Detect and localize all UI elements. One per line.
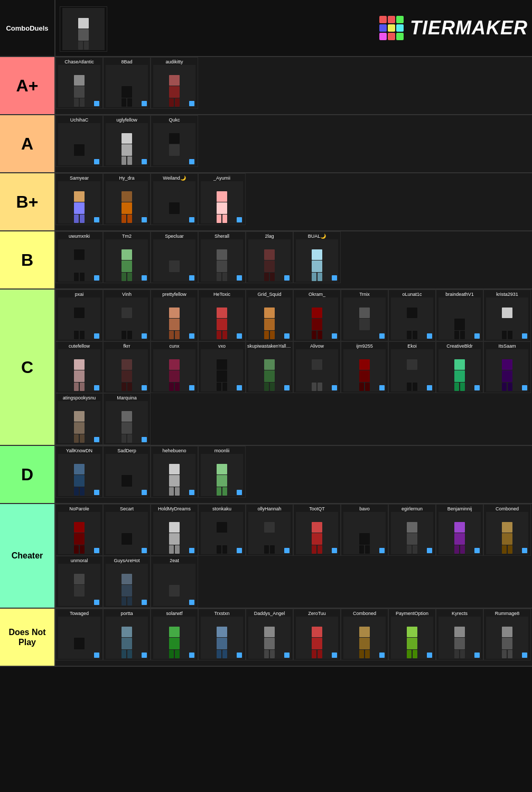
player-card[interactable]: oLunat1c — [388, 290, 436, 341]
player-avatar — [106, 512, 148, 554]
player-card[interactable]: audikitty — [151, 57, 198, 109]
player-card[interactable]: unmoral — [55, 556, 103, 608]
player-card[interactable]: ollyHannah — [246, 504, 293, 556]
player-card[interactable]: Specluar — [151, 231, 198, 283]
corner-icon — [237, 653, 242, 658]
player-card[interactable]: moonlii — [198, 446, 246, 498]
player-card[interactable]: UchihaC — [55, 115, 103, 167]
player-card[interactable]: ChaseAtlantic — [55, 57, 103, 109]
avatar-head — [217, 308, 227, 318]
player-card[interactable]: braindeathV1 — [436, 290, 483, 341]
player-card[interactable]: stonkaku — [198, 504, 246, 556]
avatar-foot-left — [122, 383, 126, 391]
corner-icon — [189, 101, 194, 106]
player-card[interactable]: bavo — [341, 504, 388, 556]
player-card[interactable]: 2eat — [151, 556, 198, 608]
player-card[interactable]: Okram_ — [293, 290, 341, 341]
avatar-head — [264, 627, 275, 637]
avatar-foot-right — [127, 545, 132, 554]
player-card[interactable]: ZeroTuu — [293, 609, 341, 660]
avatar-body — [502, 370, 512, 382]
player-card[interactable]: egirlernun — [388, 504, 436, 556]
corner-icon — [332, 548, 337, 553]
corner-icon — [94, 101, 99, 106]
player-card[interactable]: Qukc — [151, 115, 198, 167]
player-card[interactable]: _Ayumii — [198, 173, 246, 225]
corner-icon — [142, 653, 147, 658]
player-card[interactable]: Tm2 — [103, 231, 151, 283]
player-card[interactable]: Trxstxn — [198, 609, 246, 660]
tier-label-text-b: B — [21, 250, 33, 270]
player-card[interactable]: SadDerp — [103, 446, 151, 498]
player-card[interactable]: Samyear — [55, 173, 103, 225]
player-card[interactable]: uglyfellow — [103, 115, 151, 167]
player-card[interactable]: Sherall — [198, 231, 246, 283]
avatar-foot-right — [175, 98, 180, 107]
player-card[interactable]: Rummage8 — [483, 609, 531, 660]
avatar-body — [122, 260, 132, 272]
player-card[interactable]: pxai — [55, 290, 103, 341]
player-card[interactable]: YallKnowDN — [55, 446, 103, 498]
player-card[interactable]: PaymentOption — [388, 609, 436, 660]
tier-content-aplus: ChaseAtlantic8Badaudikitty — [55, 57, 532, 114]
logo-grid — [379, 16, 404, 40]
player-card[interactable]: cunx — [151, 341, 198, 393]
player-card[interactable]: prettyfellow — [151, 290, 198, 341]
avatar-foot-right — [127, 487, 132, 496]
player-card[interactable]: Secart — [103, 504, 151, 556]
player-card[interactable]: HoldMyDreams — [151, 504, 198, 556]
player-avatar — [248, 297, 291, 340]
player-card[interactable]: Marquina — [103, 393, 151, 445]
player-card[interactable]: GuysAreHot — [103, 556, 151, 608]
player-card[interactable]: Daddys_Angel — [246, 609, 293, 660]
player-card[interactable]: Grid_Squid — [246, 290, 293, 341]
avatar-foot-right — [270, 650, 275, 658]
player-card[interactable]: Comboned — [483, 504, 531, 556]
player-card[interactable]: Ekoi — [388, 341, 436, 393]
player-card[interactable]: Hy_dra — [103, 173, 151, 225]
player-avatar — [296, 617, 338, 659]
player-card[interactable]: BUAL🌙 — [293, 231, 341, 283]
player-card[interactable]: atingspookysnu — [55, 393, 103, 445]
tier-content-bplus: SamyearHy_draWeiland🌙_Ayumii — [55, 173, 532, 230]
player-card[interactable]: skupiwastakenYallTrippin — [246, 341, 293, 393]
player-card[interactable]: uwumxnki — [55, 231, 103, 283]
corner-icon — [332, 385, 337, 390]
player-card[interactable]: Comboned — [341, 609, 388, 660]
avatar-body — [74, 260, 85, 272]
player-name: audikitty — [152, 59, 197, 65]
player-card[interactable]: NoParole — [55, 504, 103, 556]
avatar-foot-left — [74, 434, 79, 443]
player-card[interactable]: cutefellow — [55, 341, 103, 393]
player-card[interactable]: Towaged — [55, 609, 103, 660]
player-card[interactable]: Alivow — [293, 341, 341, 393]
player-card[interactable]: 8Bad — [103, 57, 151, 109]
player-card[interactable]: CreativeBldr — [436, 341, 483, 393]
player-avatar — [58, 123, 100, 165]
player-card[interactable]: Vinh — [103, 290, 151, 341]
avatar-body — [74, 86, 85, 98]
avatar-body — [359, 638, 370, 649]
player-card[interactable]: HeToxic — [198, 290, 246, 341]
header-player-card[interactable] — [60, 6, 107, 52]
player-card[interactable]: Trnix — [341, 290, 388, 341]
player-card[interactable]: solarwtf — [151, 609, 198, 660]
player-name: Samyear — [57, 175, 101, 181]
player-card[interactable]: 2lag — [246, 231, 293, 283]
avatar-foot-left — [454, 650, 459, 658]
player-card[interactable]: vxo — [198, 341, 246, 393]
player-card[interactable]: Weiland🌙 — [151, 173, 198, 225]
player-avatar — [438, 617, 481, 659]
player-card[interactable]: Kyrects — [436, 609, 483, 660]
player-card[interactable]: TootQT — [293, 504, 341, 556]
player-card[interactable]: Benjaminnij — [436, 504, 483, 556]
player-card[interactable]: krista2931 — [483, 290, 531, 341]
avatar-head — [264, 308, 275, 318]
player-card[interactable]: fkrr — [103, 341, 151, 393]
player-card[interactable]: hehebueno — [151, 446, 198, 498]
player-card[interactable]: portta — [103, 609, 151, 660]
player-card[interactable]: ItsSaam — [483, 341, 531, 393]
corner-icon — [379, 333, 385, 339]
avatar-body — [74, 475, 85, 487]
player-card[interactable]: ijm9255 — [341, 341, 388, 393]
